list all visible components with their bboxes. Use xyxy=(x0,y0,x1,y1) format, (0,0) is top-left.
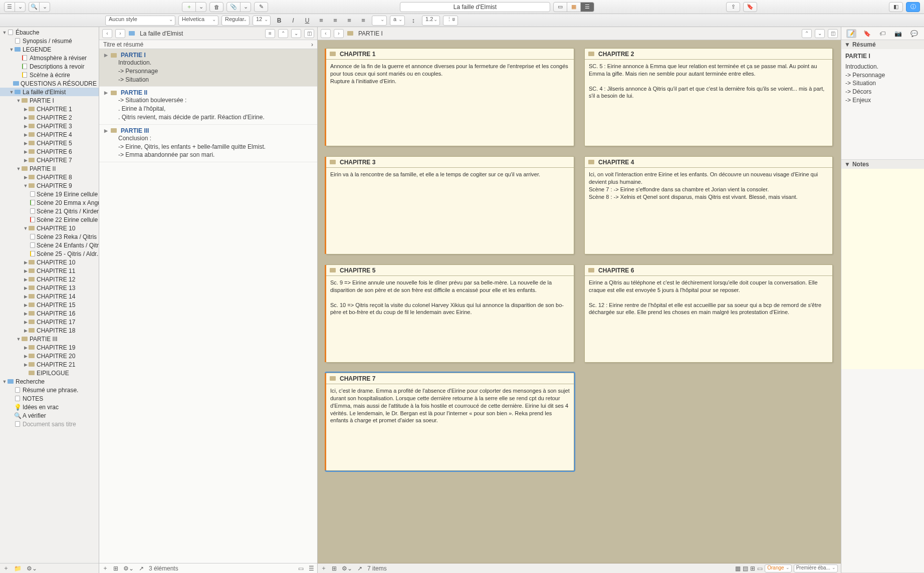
view-toggle-1[interactable]: ▭ xyxy=(298,565,304,572)
binder-item[interactable]: ▶CHAPITRE 19 xyxy=(0,343,99,352)
underline-button[interactable]: U xyxy=(302,16,313,26)
binder-item[interactable]: EIPILOGUE xyxy=(0,369,99,377)
binder-item[interactable]: ▶CHAPITRE 6 xyxy=(0,147,99,156)
outline-row[interactable]: ▶PARTIE IIntroduction.-> Personnage-> Si… xyxy=(99,49,317,87)
binder-item[interactable]: ▶CHAPITRE 20 xyxy=(0,352,99,360)
binder-item[interactable]: Synopsis / résumé xyxy=(0,37,99,45)
outline-row[interactable]: ▶PARTIE II-> Situation bouleversée :. Ei… xyxy=(99,87,317,124)
index-card[interactable]: CHAPITRE 5Sc. 9 => Eirine annule une nou… xyxy=(326,264,574,363)
binder-item[interactable]: Scène 24 Enfants / Qitr... xyxy=(0,241,99,249)
nav-forward-button[interactable]: › xyxy=(115,29,125,38)
index-card[interactable]: CHAPITRE 1Annonce de la fin de la guerre… xyxy=(326,48,574,146)
cork-close-split-button[interactable]: ◫ xyxy=(828,29,838,38)
card-header[interactable]: CHAPITRE 5 xyxy=(326,265,574,276)
corkboard-path[interactable]: PARTIE I xyxy=(358,30,799,37)
binder-item[interactable]: Atmosphère à réviser xyxy=(0,54,99,62)
binder-item[interactable]: ▶CHAPITRE 7 xyxy=(0,156,99,164)
view-binder-button[interactable]: ☰ xyxy=(4,2,15,12)
label-select[interactable]: Orange xyxy=(765,564,791,572)
attach-dropdown[interactable]: ⌄ xyxy=(240,2,251,12)
corkboard-grid[interactable]: CHAPITRE 1Annonce de la fin de la guerre… xyxy=(318,40,841,563)
add-icon[interactable]: ＋ xyxy=(321,564,327,572)
index-card[interactable]: CHAPITRE 3Eirin va à la rencontre de sa … xyxy=(326,156,574,254)
sub-icon[interactable]: ⊞ xyxy=(113,565,118,572)
card-header[interactable]: CHAPITRE 7 xyxy=(326,373,574,384)
index-card[interactable]: CHAPITRE 6Eirine a Qitris au téléphone e… xyxy=(584,264,833,363)
binder-item[interactable]: QUESTIONS A RÉSOUDRE xyxy=(0,79,99,88)
add-doc-icon[interactable]: ＋ xyxy=(3,564,9,572)
card-body[interactable]: Ici, on voit l'interaction entre Eirine … xyxy=(585,168,832,254)
search-button[interactable]: 🔍 xyxy=(29,2,40,12)
binder-item[interactable]: 🔍A vérifier xyxy=(0,411,99,420)
font-select[interactable]: Helvetica xyxy=(178,16,218,26)
free-view-icon[interactable]: ⊞ xyxy=(750,565,755,572)
view-single-button[interactable]: ▭ xyxy=(553,2,567,12)
index-card[interactable]: CHAPITRE 4Ici, on voit l'interaction ent… xyxy=(584,156,833,254)
binder-item[interactable]: ▶CHAPITRE 4 xyxy=(0,130,99,139)
gear-icon[interactable]: ⚙⌄ xyxy=(27,565,37,572)
nav-back-button[interactable]: ‹ xyxy=(102,29,112,38)
binder-item[interactable]: ▶CHAPITRE 16 xyxy=(0,309,99,318)
binder-item[interactable]: ▼PARTIE III xyxy=(0,335,99,343)
bold-button[interactable]: B xyxy=(274,16,285,26)
binder-item[interactable]: ▼Ébauche xyxy=(0,28,99,37)
size-select[interactable]: 12 xyxy=(253,16,271,26)
binder-list[interactable]: ▼ÉbaucheSynopsis / résumé▼LEGENDEAtmosph… xyxy=(0,27,99,563)
binder-item[interactable]: ▶CHAPITRE 1 xyxy=(0,105,99,113)
outline-path[interactable]: La faille d'Elmist xyxy=(140,30,262,37)
outline-list[interactable]: ▶PARTIE IIntroduction.-> Personnage-> Si… xyxy=(99,49,317,563)
info-button[interactable]: ⓘ xyxy=(906,2,920,12)
view-cork-button[interactable]: ▦ xyxy=(567,2,581,12)
binder-item[interactable]: ▶CHAPITRE 10 xyxy=(0,258,99,266)
binder-item[interactable]: Scène 20 Emma x Angus xyxy=(0,198,99,207)
add-button[interactable]: ＋ xyxy=(182,2,196,12)
compose-button[interactable]: ✎ xyxy=(254,2,268,12)
binder-item[interactable]: Scène 22 Eirine cellule xyxy=(0,215,99,224)
binder-item[interactable]: Scène 23 Reka / Qitris xyxy=(0,232,99,241)
binder-item[interactable]: 💡Idées en vrac xyxy=(0,403,99,411)
card-header[interactable]: CHAPITRE 1 xyxy=(326,49,574,60)
binder-item[interactable]: Scène 25 - Qitris / Aldr... xyxy=(0,249,99,258)
binder-item[interactable]: ▶CHAPITRE 11 xyxy=(0,266,99,275)
binder-item[interactable]: ▶CHAPITRE 15 xyxy=(0,301,99,309)
card-body[interactable]: Eirine a Qitris au téléphone et c'est le… xyxy=(585,276,832,362)
index-card[interactable]: CHAPITRE 2SC. 5 : Eirine annonce à Emma … xyxy=(584,48,833,146)
inspector-toggle-button[interactable]: ◧ xyxy=(889,2,903,12)
card-body[interactable]: Ici, c'est le drame. Emma a profité de l… xyxy=(326,384,574,470)
color-select[interactable] xyxy=(372,16,387,26)
view-outline-button[interactable]: ☰ xyxy=(580,2,594,12)
outline-down-button[interactable]: ⌄ xyxy=(291,29,301,38)
binder-item[interactable]: ▼CHAPITRE 9 xyxy=(0,181,99,190)
status-select[interactable]: Première éba... xyxy=(794,564,838,572)
align-center-button[interactable]: ≡ xyxy=(330,16,341,26)
binder-item[interactable]: NOTES xyxy=(0,394,99,403)
outline-split-button[interactable]: ◫ xyxy=(304,29,314,38)
binder-item[interactable]: Scè!ne à écrire xyxy=(0,71,99,79)
gear-icon[interactable]: ⚙⌄ xyxy=(123,565,134,572)
card-body[interactable]: Sc. 9 => Eirine annule une nouvelle fois… xyxy=(326,276,574,362)
binder-item[interactable]: ▶CHAPITRE 13 xyxy=(0,283,99,292)
notes-body[interactable] xyxy=(841,169,924,369)
cork-down-button[interactable]: ⌄ xyxy=(815,29,825,38)
binder-item[interactable]: ▶CHAPITRE 17 xyxy=(0,318,99,326)
binder-item[interactable]: ▶CHAPITRE 21 xyxy=(0,360,99,369)
binder-item[interactable]: ▼PARTIE II xyxy=(0,164,99,173)
binder-item[interactable]: ▶CHAPITRE 8 xyxy=(0,173,99,181)
attach-button[interactable]: 📎 xyxy=(226,2,241,12)
cork-up-button[interactable]: ⌃ xyxy=(802,29,812,38)
column-menu-icon[interactable]: › xyxy=(311,41,313,48)
add-dropdown[interactable]: ⌄ xyxy=(195,2,206,12)
card-body[interactable]: Annonce de la fin de la guerre et annonc… xyxy=(326,60,574,146)
binder-item[interactable]: Résumé une phrase. xyxy=(0,386,99,394)
gear-icon[interactable]: ⚙⌄ xyxy=(342,565,352,572)
trash-button[interactable]: 🗑 xyxy=(209,2,223,12)
sub-icon[interactable]: ⊞ xyxy=(332,565,337,572)
card-header[interactable]: CHAPITRE 2 xyxy=(585,49,832,60)
cork-nav-forward-button[interactable]: › xyxy=(334,29,344,38)
notes-header[interactable]: ▼ Notes xyxy=(841,160,924,169)
style-select[interactable]: Aucun style xyxy=(105,16,175,26)
align-justify-button[interactable]: ≡ xyxy=(358,16,369,26)
add-folder-icon[interactable]: 📁 xyxy=(14,565,22,572)
card-body[interactable]: Eirin va à la rencontre de sa famille, e… xyxy=(326,168,574,254)
stack-view-icon[interactable]: ▤ xyxy=(743,565,748,572)
